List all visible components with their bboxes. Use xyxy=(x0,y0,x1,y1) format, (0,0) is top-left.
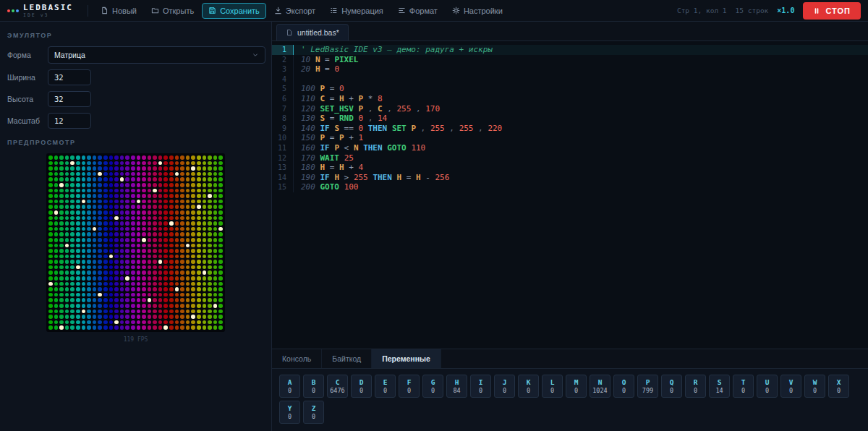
led-dot xyxy=(203,161,207,166)
led-dot xyxy=(114,155,119,160)
led-dot xyxy=(137,177,141,182)
led-dot xyxy=(87,238,91,242)
code-line-7[interactable]: 7120 SET_HSV P , C , 255 , 170 xyxy=(272,104,868,114)
led-dot xyxy=(70,282,75,286)
led-dot xyxy=(120,282,124,286)
led-dot xyxy=(59,260,64,264)
file-icon xyxy=(286,29,293,36)
led-dot xyxy=(65,310,69,314)
led-dot xyxy=(114,205,119,209)
shape-select[interactable]: Матрица xyxy=(48,46,265,64)
led-dot xyxy=(93,221,97,226)
led-dot xyxy=(142,194,146,198)
code-line-15[interactable]: 15200 GOTO 100 xyxy=(272,182,868,192)
code-line-11[interactable]: 11160 IF P < N THEN GOTO 110 xyxy=(272,143,868,153)
led-dot xyxy=(54,265,59,270)
led-dot xyxy=(186,249,190,253)
code-line-13[interactable]: 13180 H = H + 4 xyxy=(272,163,868,173)
led-dot xyxy=(153,276,157,281)
led-dot xyxy=(76,282,80,286)
led-dot xyxy=(93,189,97,193)
led-dot xyxy=(70,210,75,215)
code-line-14[interactable]: 14190 IF H > 255 THEN H = H - 256 xyxy=(272,173,868,183)
settings-button[interactable]: Настройки xyxy=(446,3,509,19)
variable-name: J xyxy=(503,378,507,386)
line-number: 6 xyxy=(272,94,294,104)
bottom-tab-variables[interactable]: Переменные xyxy=(372,349,441,368)
export-button[interactable]: Экспорт xyxy=(268,3,322,19)
led-dot xyxy=(125,205,129,209)
led-dot xyxy=(153,155,157,160)
led-dot xyxy=(208,287,212,291)
save-button[interactable]: Сохранить xyxy=(202,3,266,19)
format-icon xyxy=(398,7,406,14)
led-dot xyxy=(82,166,86,171)
led-dot xyxy=(131,282,135,286)
scale-input[interactable] xyxy=(48,113,91,129)
speed-indicator[interactable]: ×1.0 xyxy=(777,7,794,14)
led-dot xyxy=(131,320,135,325)
new-button[interactable]: Новый xyxy=(94,3,143,19)
open-button[interactable]: Открыть xyxy=(145,3,200,19)
led-dot xyxy=(175,325,179,330)
led-dot xyxy=(93,172,97,176)
numbering-button[interactable]: Нумерация xyxy=(323,3,390,19)
code-line-2[interactable]: 210 N = PIXEL xyxy=(272,55,868,65)
led-dot xyxy=(218,177,223,182)
code-line-4[interactable]: 4 xyxy=(272,74,868,85)
led-dot xyxy=(158,276,163,281)
led-dot xyxy=(158,177,163,182)
led-dot xyxy=(48,216,53,221)
code-line-10[interactable]: 10150 P = P + 1 xyxy=(272,133,868,143)
led-dot xyxy=(114,265,119,270)
code-line-3[interactable]: 320 H = 0 xyxy=(272,64,868,74)
variable-U: U0 xyxy=(757,375,778,398)
led-dot xyxy=(218,161,223,166)
height-input[interactable] xyxy=(48,91,91,107)
led-dot xyxy=(93,244,97,248)
code-line-1[interactable]: 1' LedBasic IDE v3 — демо: радуга + искр… xyxy=(272,45,868,55)
code-line-6[interactable]: 6110 C = H + P * 8 xyxy=(272,94,868,104)
led-dot xyxy=(137,232,141,236)
led-dot xyxy=(186,260,190,264)
led-dot xyxy=(169,249,174,253)
led-dot xyxy=(114,183,119,187)
code-line-8[interactable]: 8130 S = RND 0 , 14 xyxy=(272,114,868,124)
code-editor[interactable]: 1' LedBasic IDE v3 — демо: радуга + искр… xyxy=(272,41,868,349)
led-dot xyxy=(153,232,157,236)
emulator-fields: ФормаМатрицаШиринаВысотаМасштаб xyxy=(6,46,265,129)
led-dot xyxy=(76,287,80,291)
led-dot xyxy=(142,205,146,209)
led-dot xyxy=(148,265,152,270)
format-button[interactable]: Формат xyxy=(391,3,444,19)
code-line-9[interactable]: 9140 IF S == 0 THEN SET P , 255 , 255 , … xyxy=(272,124,868,134)
stop-button[interactable]: СТОП xyxy=(803,2,861,20)
led-dot xyxy=(137,183,141,187)
bottom-tab-console[interactable]: Консоль xyxy=(272,349,322,368)
led-dot xyxy=(169,177,174,182)
led-dot xyxy=(175,200,179,204)
code-line-12[interactable]: 12170 WAIT 25 xyxy=(272,153,868,163)
led-dot xyxy=(125,298,129,302)
led-dot xyxy=(98,205,102,209)
led-dot xyxy=(148,194,152,198)
led-dot xyxy=(153,260,157,264)
led-dot xyxy=(186,255,190,259)
code-line-5[interactable]: 5100 P = 0 xyxy=(272,84,868,94)
code-text: 180 H = H + 4 xyxy=(294,163,363,173)
led-dot xyxy=(59,194,64,198)
led-dot xyxy=(137,304,141,308)
led-dot xyxy=(114,216,119,221)
code-text: 110 C = H + P * 8 xyxy=(294,94,383,104)
led-dot xyxy=(197,166,201,171)
led-dot xyxy=(142,227,146,231)
bottom-tab-bytecode[interactable]: Байткод xyxy=(322,349,372,368)
width-input[interactable] xyxy=(48,69,91,85)
led-dot xyxy=(125,189,129,193)
line-number: 13 xyxy=(272,163,294,173)
editor-tab-untitled[interactable]: untitled.bas* xyxy=(276,24,349,40)
led-dot xyxy=(148,310,152,314)
led-dot xyxy=(169,304,174,308)
led-dot xyxy=(148,166,152,171)
led-dot xyxy=(93,232,97,236)
